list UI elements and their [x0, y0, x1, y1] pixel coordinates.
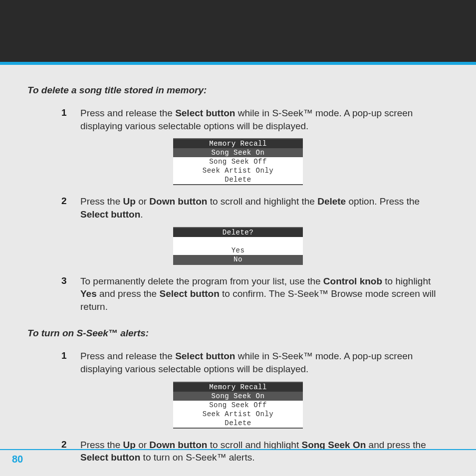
step-number: 1	[61, 350, 80, 375]
section-heading-delete: To delete a song title stored in memory:	[27, 85, 449, 96]
menu-blank	[173, 237, 303, 246]
step: 2 Press the Up or Down button to scroll …	[27, 195, 449, 221]
menu-item: Song Seek Off	[173, 401, 303, 410]
page-content: To delete a song title stored in memory:…	[0, 65, 476, 464]
menu-item: Delete	[173, 175, 303, 184]
menu-title: Memory Recall	[173, 139, 303, 148]
menu-title: Delete?	[173, 228, 303, 237]
step-text: Press and release the Select button whil…	[80, 350, 449, 375]
step: 2 Press the Up or Down button to scroll …	[27, 439, 449, 464]
step: 1 Press and release the Select button wh…	[27, 350, 449, 375]
step-number: 2	[61, 439, 80, 464]
menu-item: Seek Artist Only	[173, 410, 303, 419]
menu-item: Delete	[173, 419, 303, 428]
menu-item-selected: No	[173, 255, 303, 264]
menu-item-selected: Song Seek On	[173, 148, 303, 157]
menu-item: Song Seek Off	[173, 157, 303, 166]
menu-item-selected: Song Seek On	[173, 392, 303, 401]
step-number: 1	[61, 107, 80, 132]
page-number: 80	[12, 454, 23, 465]
step: 1 Press and release the Select button wh…	[27, 107, 449, 132]
footer-divider	[0, 449, 476, 450]
menu-title: Memory Recall	[173, 383, 303, 392]
section-heading-alerts: To turn on S-Seek™ alerts:	[27, 328, 449, 339]
step: 3 To permanently delete the program from…	[27, 275, 449, 313]
header-band	[0, 0, 476, 65]
step-text: Press the Up or Down button to scroll an…	[80, 439, 449, 464]
step-number: 2	[61, 195, 80, 221]
step-text: Press and release the Select button whil…	[80, 107, 449, 132]
menu-memory-recall: Memory Recall Song Seek On Song Seek Off…	[173, 382, 303, 429]
step-text: Press the Up or Down button to scroll an…	[80, 195, 449, 221]
menu-item: Seek Artist Only	[173, 166, 303, 175]
step-text: To permanently delete the program from y…	[80, 275, 449, 313]
menu-memory-recall: Memory Recall Song Seek On Song Seek Off…	[173, 138, 303, 185]
step-number: 3	[61, 275, 80, 313]
menu-item: Yes	[173, 246, 303, 255]
menu-delete-confirm: Delete? Yes No	[173, 227, 303, 265]
